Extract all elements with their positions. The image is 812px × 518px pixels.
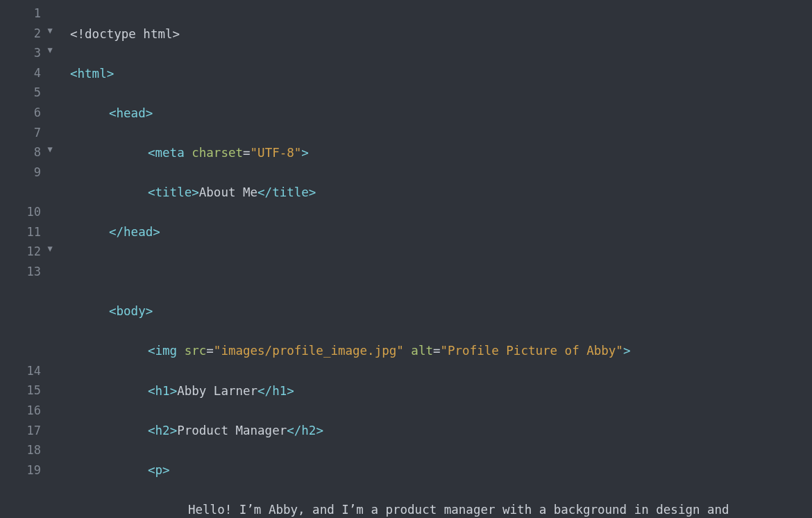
line-number: 4 xyxy=(34,64,45,83)
line-number: 3 xyxy=(34,44,45,63)
line-number: 14 xyxy=(27,362,45,381)
gutter-row[interactable]: 1 xyxy=(0,4,59,24)
gutter: 1 2▼ 3▼ 4 5 6 7 8▼ 9 10 11 12▼ 13 14 15 … xyxy=(0,0,59,518)
fold-icon[interactable]: ▼ xyxy=(45,143,55,157)
code-line: <!doctype html> xyxy=(70,24,806,44)
fold-icon[interactable]: ▼ xyxy=(45,44,55,58)
code-line: <h1>Abby Larner</h1> xyxy=(70,381,806,401)
code-line: <meta charset="UTF-8"> xyxy=(70,143,806,163)
gutter-row[interactable]: 4 xyxy=(0,64,59,84)
line-number: 5 xyxy=(34,83,45,103)
line-number: 12 xyxy=(27,242,45,262)
gutter-row[interactable]: 3▼ xyxy=(0,44,59,64)
gutter-row[interactable]: 13 xyxy=(0,262,59,362)
code-line: </head> xyxy=(70,222,806,242)
gutter-row[interactable]: 18 xyxy=(0,441,59,461)
code-line: <h2>Product Manager</h2> xyxy=(70,421,806,441)
paragraph-text: Hello! I’m Abby, and I’m a product manag… xyxy=(188,503,773,518)
gutter-row[interactable]: 9 xyxy=(0,163,59,203)
line-number: 11 xyxy=(27,223,45,242)
line-number: 15 xyxy=(27,381,45,401)
gutter-row[interactable]: 8▼ xyxy=(0,143,59,163)
gutter-row[interactable]: 12▼ xyxy=(0,242,59,262)
gutter-row[interactable]: 6 xyxy=(0,103,59,124)
code-line: <title>About Me</title> xyxy=(70,183,806,203)
line-number: 2 xyxy=(34,24,45,44)
code-line: <html> xyxy=(70,64,806,84)
gutter-row[interactable]: 10 xyxy=(0,203,59,223)
gutter-row[interactable]: 7 xyxy=(0,124,59,144)
code-line: <img src="images/profile_image.jpg" alt=… xyxy=(70,341,722,361)
code-line: <p> xyxy=(70,460,806,481)
editor-area[interactable]: <!doctype html> <html> <head> <meta char… xyxy=(59,0,812,518)
gutter-row[interactable]: 17 xyxy=(0,421,59,442)
gutter-row[interactable]: 2▼ xyxy=(0,24,59,44)
gutter-row[interactable]: 11 xyxy=(0,223,59,243)
line-number: 1 xyxy=(34,4,45,24)
line-number: 9 xyxy=(34,163,45,183)
fold-icon[interactable]: ▼ xyxy=(45,242,55,256)
code-line xyxy=(70,262,806,282)
line-number: 7 xyxy=(34,124,45,143)
code-line: Hello! I’m Abby, and I’m a product manag… xyxy=(70,500,768,518)
line-number: 18 xyxy=(27,441,45,460)
gutter-row[interactable]: 15 xyxy=(0,381,59,401)
line-number: 13 xyxy=(27,262,45,282)
doctype-text: <!doctype html> xyxy=(70,27,180,41)
line-number: 16 xyxy=(27,401,45,421)
line-number: 10 xyxy=(27,203,45,222)
gutter-row[interactable]: 14 xyxy=(0,362,59,382)
line-number: 19 xyxy=(27,461,45,481)
code-line: <body> xyxy=(70,301,806,321)
line-number: 8 xyxy=(34,143,45,162)
fold-icon[interactable]: ▼ xyxy=(45,24,55,38)
line-number: 17 xyxy=(27,421,45,441)
gutter-row[interactable]: 16 xyxy=(0,401,59,421)
line-number: 6 xyxy=(34,103,45,123)
code-line: <head> xyxy=(70,103,806,124)
gutter-row[interactable]: 5 xyxy=(0,83,59,103)
gutter-row[interactable]: 19 xyxy=(0,461,59,481)
